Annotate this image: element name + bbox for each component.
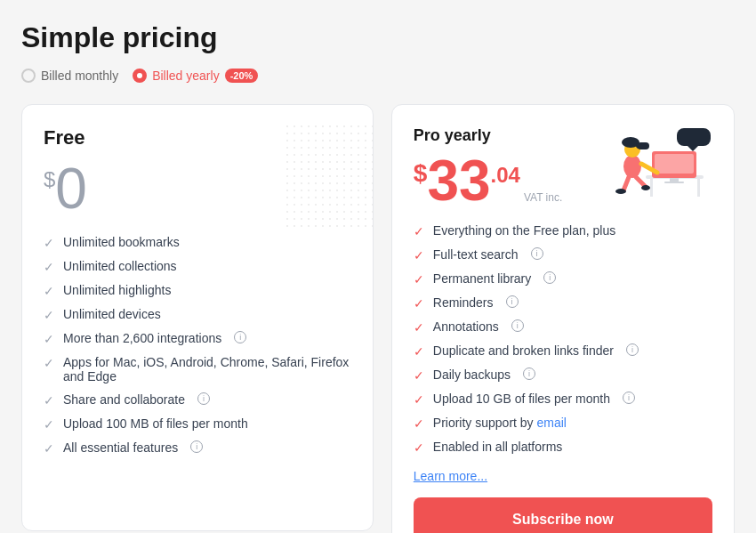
billing-yearly-label: Billed yearly bbox=[152, 69, 219, 83]
subscribe-button[interactable]: Subscribe now bbox=[414, 497, 712, 533]
check-icon: ✓ bbox=[414, 440, 424, 455]
pro-illustration bbox=[597, 126, 712, 206]
info-icon[interactable]: i bbox=[197, 392, 210, 405]
feature-text: More than 2,600 integrations bbox=[63, 331, 221, 345]
list-item: ✓ Duplicate and broken links finder i bbox=[414, 343, 712, 359]
list-item: ✓ All essential features i bbox=[44, 440, 351, 456]
list-item: ✓ Annotations i bbox=[414, 319, 712, 335]
check-icon: ✓ bbox=[44, 441, 54, 456]
check-icon: ✓ bbox=[414, 368, 424, 383]
check-icon: ✓ bbox=[414, 344, 424, 359]
check-icon: ✓ bbox=[44, 332, 54, 346]
vat-text: VAT inc. bbox=[524, 191, 562, 204]
feature-text: Daily backups bbox=[433, 367, 511, 382]
free-plan-price: $ 0 bbox=[44, 160, 351, 217]
feature-text: Priority support by email bbox=[433, 416, 567, 430]
feature-text: Permanent library bbox=[433, 271, 532, 286]
monthly-radio[interactable] bbox=[21, 69, 36, 83]
learn-more-link[interactable]: Learn more... bbox=[414, 469, 712, 483]
svg-rect-4 bbox=[655, 154, 694, 174]
list-item: ✓ Priority support by email bbox=[414, 416, 712, 431]
feature-text: Unlimited devices bbox=[63, 307, 161, 321]
billing-monthly-label: Billed monthly bbox=[41, 69, 118, 83]
check-icon: ✓ bbox=[44, 417, 54, 432]
list-item: ✓ Unlimited bookmarks bbox=[44, 235, 351, 250]
free-feature-list: ✓ Unlimited bookmarks ✓ Unlimited collec… bbox=[44, 235, 351, 456]
feature-text: Unlimited collections bbox=[63, 259, 177, 273]
info-icon[interactable]: i bbox=[506, 295, 519, 308]
feature-text: Unlimited highlights bbox=[63, 283, 171, 297]
info-icon[interactable]: i bbox=[531, 247, 543, 260]
check-icon: ✓ bbox=[44, 308, 54, 322]
info-icon[interactable]: i bbox=[511, 319, 524, 332]
feature-text: Unlimited bookmarks bbox=[63, 235, 180, 249]
info-icon[interactable]: i bbox=[543, 271, 556, 284]
list-item: ✓ Everything on the Free plan, plus bbox=[414, 223, 712, 238]
list-item: ✓ Permanent library i bbox=[414, 271, 712, 287]
check-icon: ✓ bbox=[44, 356, 54, 370]
check-icon: ✓ bbox=[44, 393, 54, 408]
info-icon[interactable]: i bbox=[234, 331, 246, 343]
check-icon: ✓ bbox=[414, 320, 424, 335]
email-link[interactable]: email bbox=[537, 416, 567, 430]
billing-monthly-option[interactable]: Billed monthly bbox=[21, 69, 118, 83]
feature-text: Duplicate and broken links finder bbox=[433, 343, 614, 358]
list-item: ✓ Daily backups i bbox=[414, 367, 712, 383]
billing-toggle: Billed monthly Billed yearly -20% bbox=[21, 69, 735, 83]
check-icon: ✓ bbox=[414, 392, 424, 407]
feature-text: Reminders bbox=[433, 295, 494, 310]
svg-point-15 bbox=[615, 189, 626, 194]
feature-text: Enabled in all platforms bbox=[433, 440, 563, 454]
svg-rect-1 bbox=[650, 179, 653, 197]
free-plan-name: Free bbox=[44, 126, 351, 149]
svg-rect-11 bbox=[639, 142, 649, 149]
list-item: ✓ Unlimited highlights bbox=[44, 283, 351, 298]
svg-rect-6 bbox=[664, 182, 684, 183]
check-icon: ✓ bbox=[44, 260, 54, 274]
svg-line-13 bbox=[623, 177, 629, 190]
feature-text: Apps for Mac, iOS, Android, Chrome, Safa… bbox=[63, 355, 351, 384]
info-icon[interactable]: i bbox=[623, 392, 635, 404]
feature-text: Upload 100 MB of files per month bbox=[63, 416, 248, 431]
check-icon: ✓ bbox=[44, 284, 54, 298]
pro-plan-name: Pro yearly bbox=[414, 126, 563, 145]
check-icon: ✓ bbox=[414, 272, 424, 287]
list-item: ✓ Apps for Mac, iOS, Android, Chrome, Sa… bbox=[44, 355, 351, 384]
pro-plan-info: Pro yearly $ 33 .04 VAT inc. bbox=[414, 126, 563, 209]
feature-text: Everything on the Free plan, plus bbox=[433, 223, 615, 238]
feature-text: Annotations bbox=[433, 319, 499, 334]
pro-price-integer: 33 bbox=[427, 152, 490, 209]
check-icon: ✓ bbox=[414, 416, 424, 431]
check-icon: ✓ bbox=[414, 296, 424, 311]
pro-price-symbol: $ bbox=[414, 159, 428, 188]
feature-text: Full-text search bbox=[433, 247, 519, 262]
svg-point-7 bbox=[623, 155, 641, 178]
svg-point-16 bbox=[641, 185, 650, 190]
pro-plan-card: Pro yearly $ 33 .04 VAT inc. bbox=[391, 104, 735, 533]
list-item: ✓ Reminders i bbox=[414, 295, 712, 311]
check-icon: ✓ bbox=[414, 248, 424, 262]
free-price-amount: 0 bbox=[55, 160, 87, 217]
svg-rect-5 bbox=[670, 178, 679, 182]
page-title: Simple pricing bbox=[21, 21, 735, 54]
svg-rect-17 bbox=[677, 128, 711, 146]
check-icon: ✓ bbox=[414, 224, 424, 238]
list-item: ✓ Upload 10 GB of files per month i bbox=[414, 392, 712, 407]
pro-plan-header: Pro yearly $ 33 .04 VAT inc. bbox=[414, 126, 712, 209]
info-icon[interactable]: i bbox=[626, 343, 639, 356]
list-item: ✓ Upload 100 MB of files per month bbox=[44, 416, 351, 432]
svg-rect-2 bbox=[697, 179, 700, 197]
pro-plan-price: $ 33 .04 VAT inc. bbox=[414, 152, 563, 209]
list-item: ✓ Share and collaborate i bbox=[44, 392, 351, 408]
pro-features-section: ✓ Everything on the Free plan, plus ✓ Fu… bbox=[414, 223, 712, 455]
free-plan-card: Free $ 0 ✓ Unlimited bookmarks ✓ Unlimit… bbox=[21, 104, 374, 531]
yearly-radio[interactable] bbox=[133, 69, 147, 83]
feature-text: All essential features bbox=[63, 440, 178, 455]
billing-yearly-option[interactable]: Billed yearly -20% bbox=[133, 69, 258, 83]
info-icon[interactable]: i bbox=[190, 440, 203, 453]
pro-price-decimal: .04 bbox=[491, 163, 520, 188]
feature-text: Upload 10 GB of files per month bbox=[433, 392, 610, 406]
plans-container: Free $ 0 ✓ Unlimited bookmarks ✓ Unlimit… bbox=[21, 104, 735, 533]
info-icon[interactable]: i bbox=[523, 367, 535, 380]
svg-marker-18 bbox=[688, 146, 698, 151]
